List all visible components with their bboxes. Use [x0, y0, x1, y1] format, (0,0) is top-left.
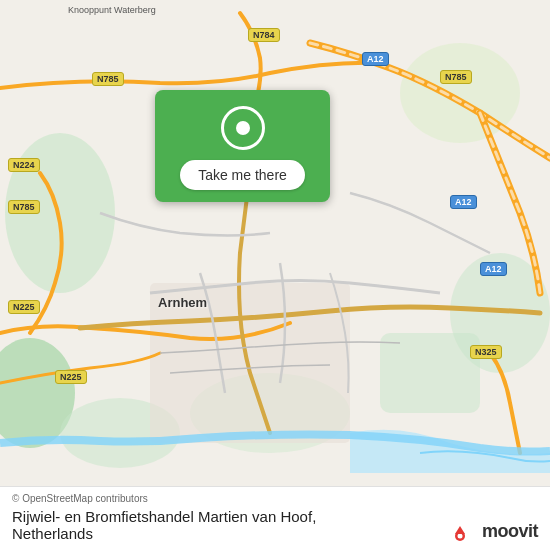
road-badge-n785b: N785: [440, 70, 472, 84]
road-badge-a12b: A12: [450, 195, 477, 209]
road-badge-n784: N784: [248, 28, 280, 42]
attribution: © OpenStreetMap contributors: [12, 493, 538, 504]
location-pin: [221, 106, 265, 150]
location-name-text: Rijwiel- en Bromfietshandel Martien van …: [12, 508, 316, 525]
moovit-text: moovit: [482, 521, 538, 542]
bottom-bar: © OpenStreetMap contributors Rijwiel- en…: [0, 486, 550, 550]
country-text: Netherlands: [12, 525, 93, 542]
road-badge-n325: N325: [470, 345, 502, 359]
knooppunt-label: Knooppunt Waterberg: [68, 5, 156, 15]
road-badge-n225b: N225: [55, 370, 87, 384]
take-me-there-button[interactable]: Take me there: [180, 160, 305, 190]
map-background: N784 N785 N785 N785 A12 A12 A12 N224 N22…: [0, 0, 550, 486]
pin-dot: [236, 121, 250, 135]
moovit-logo: moovit: [452, 521, 538, 542]
svg-rect-6: [380, 333, 480, 413]
road-badge-n225a: N225: [8, 300, 40, 314]
arnhem-label: Arnhem: [158, 295, 207, 310]
moovit-icon: [452, 522, 480, 542]
svg-point-10: [457, 533, 462, 538]
road-badge-n785c: N785: [8, 200, 40, 214]
map-container[interactable]: N784 N785 N785 N785 A12 A12 A12 N224 N22…: [0, 0, 550, 486]
road-badge-n224: N224: [8, 158, 40, 172]
app: N784 N785 N785 N785 A12 A12 A12 N224 N22…: [0, 0, 550, 550]
road-badge-a12c: A12: [480, 262, 507, 276]
destination-card: Take me there: [155, 90, 330, 202]
road-badge-a12a: A12: [362, 52, 389, 66]
road-badge-n785a: N785: [92, 72, 124, 86]
